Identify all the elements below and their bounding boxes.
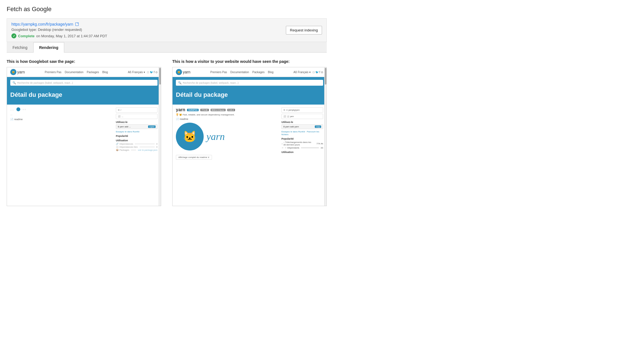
page-url-link[interactable]: https://yarnpkg.com/fr/package/yarn ↗: [11, 22, 79, 26]
googlebot-scrollbar-thumb: [159, 68, 161, 85]
tab-fetching[interactable]: Fetching: [7, 42, 33, 53]
visitor-logo-text: yarn: [183, 70, 190, 74]
visitor-search-placeholder: Recherche de packages (babel, webpack, r…: [183, 81, 239, 84]
googlebot-search-placeholder: Recherche de packages (babel, webpack, r…: [17, 81, 73, 84]
googlebot-logo-circle: 🐱: [10, 69, 16, 75]
status-complete-label: Complete: [18, 34, 34, 38]
visitor-affichage-btn[interactable]: Affichage complet du readme ∨: [176, 155, 212, 160]
googlebot-nav-links: Premiers Pas Documentation Packages Blog: [45, 71, 108, 74]
visitor-pkg-name: yarn YARNPKG 774.4K BSD-2-Clause 0.23.3: [176, 107, 279, 112]
googlebot-hero-title: Détail du package: [10, 88, 158, 101]
googlebot-copy-btn[interactable]: copier: [148, 125, 156, 128]
visitor-nav-right: Aß Français ▾ □ 🐦 f ⊙: [293, 71, 323, 74]
visitor-nav-links: Premiers Pas Documentation Packages Blog: [210, 71, 273, 74]
visitor-logo-text-big: yarn: [206, 131, 225, 142]
googlebot-right-col: ⊙ / ⬜ ... Utilisez-le $ yarn add ... cop…: [116, 107, 158, 152]
page-container: Fetch as Google https://yarnpkg.com/fr/p…: [0, 0, 333, 212]
visitor-desc: 🏆 🐱 Fast, reliable, and secure dependenc…: [176, 113, 279, 116]
visitor-logo: 🐱 yarn: [176, 69, 190, 75]
tabs-bar: Fetching Rendering: [7, 42, 327, 53]
visitor-stat-1: ↓ ↓ Téléchargements dans les 30 derniers…: [281, 141, 323, 146]
googlebot-logo: 🐱 yarn: [10, 69, 25, 75]
status-line: Complete on Monday, May 1, 2017 at 1:44:…: [11, 33, 107, 38]
googlebot-circle-badge: [16, 107, 20, 111]
googlebot-stat-bar-3: [131, 150, 136, 150]
status-date: on Monday, May 1, 2017 at 1:44:37 AM PDT: [36, 34, 107, 38]
visitor-nav: 🐱 yarn Premiers Pas Documentation Packag…: [173, 67, 326, 77]
googlebot-logo-text: yarn: [17, 70, 25, 74]
request-indexing-button[interactable]: Request indexing: [286, 26, 322, 34]
visitor-utilisezle-label: Utilisez-le: [281, 121, 323, 123]
visitor-content: yarn YARNPKG 774.4K BSD-2-Clause 0.23.3 …: [173, 105, 326, 165]
googlebot-left-col: ... ○ ○ ... 📄 readme: [10, 107, 116, 152]
visitor-readme-content: 🐱 yarn: [176, 120, 279, 153]
tab-rendering[interactable]: Rendering: [33, 42, 64, 53]
visitor-scrollbar: [324, 67, 326, 206]
googlebot-stat-bar-2: [139, 147, 155, 147]
visitor-affichage: Affichage complet du readme ∨: [176, 155, 279, 160]
visitor-readme-label: 📄 readme: [176, 118, 279, 120]
url-row: https://yarnpkg.com/fr/package/yarn ↗: [11, 22, 107, 26]
visitor-badge-yarnpkg: YARNPKG: [187, 109, 199, 111]
url-text: https://yarnpkg.com/fr/package/yarn: [11, 22, 73, 26]
visitor-hero-title: Détail du package: [176, 88, 323, 101]
googlebot-search-icon: 🔍: [13, 81, 16, 84]
googlebot-hero: 🔍 Recherche de packages (babel, webpack,…: [7, 77, 161, 105]
status-check-icon: [11, 33, 16, 38]
visitor-utilisation: Utilisation: [281, 151, 323, 154]
visitor-right-col: ⊙ ⊙ yarnpkg/yarn ⬜ ⬜ yarn Utilisez-le $ …: [281, 107, 323, 160]
info-bar: https://yarnpkg.com/fr/package/yarn ↗ Go…: [7, 18, 327, 42]
googlebot-section-title: This is how Googlebot saw the page:: [7, 59, 161, 64]
visitor-logo-circle: 🐱: [176, 69, 182, 75]
visitor-copy-btn[interactable]: copy: [315, 125, 321, 128]
visitor-preview-column: This is how a visitor to your website wo…: [172, 59, 327, 206]
googlebot-stat-1: 🔗 Dépendances 0: [116, 143, 158, 145]
visitor-stat-bar-2: [301, 147, 319, 148]
visitor-install-box: $ yarn add yarn copy: [281, 124, 323, 129]
googlebot-search-bar: 🔍 Recherche de packages (babel, webpack,…: [10, 80, 158, 86]
visitor-section-title: This is how a visitor to your website wo…: [172, 59, 327, 64]
googlebot-dots: ...: [10, 108, 14, 111]
visitor-scrollbar-thumb: [325, 68, 326, 85]
googlebot-pkg-row: ... ○ ○: [10, 107, 113, 111]
googlebot-content: ... ○ ○ ... 📄 readme: [7, 105, 161, 157]
visitor-hero: 🔍 Recherche de packages (babel, webpack,…: [173, 77, 326, 105]
googlebot-utilisezle-label: Utilisez-le: [116, 121, 158, 123]
googlebot-runkit-link: Essayez le dans RunKit: [116, 130, 158, 133]
googlebot-readme-label: 📄 readme: [10, 118, 113, 121]
visitor-preview-frame: 🐱 yarn Premiers Pas Documentation Packag…: [172, 67, 327, 206]
visitor-right-box1: ⊙ ⊙ yarnpkg/yarn: [281, 107, 323, 113]
googlebot-stat-2: ⬜ Dépendances Dev 0: [116, 146, 158, 148]
googlebot-nav-right: Aß Français ▾ □ 🐦 f ⊙: [128, 71, 158, 74]
visitor-search-bar: 🔍 Recherche de packages (babel, webpack,…: [176, 80, 323, 86]
visitor-logo-cat: 🐱: [183, 130, 197, 143]
googlebot-right-box1: ⊙ /: [116, 107, 158, 113]
googlebot-stat-bar-1: [135, 144, 154, 144]
googlebot-preview-frame: 🐱 yarn Premiers Pas Documentation Packag…: [7, 67, 161, 206]
googlebot-type: Googlebot type: Desktop (render requeste…: [11, 28, 107, 32]
visitor-badge-version: 0.23.3: [227, 109, 235, 111]
visitor-runkit-link: Essayez le dans RunKit · Parcourir les f…: [281, 130, 323, 136]
previews-section: This is how Googlebot saw the page: 🐱 ya…: [7, 59, 327, 206]
googlebot-nav: 🐱 yarn Premiers Pas Documentation Packag…: [7, 67, 161, 77]
info-bar-left: https://yarnpkg.com/fr/package/yarn ↗ Go…: [11, 22, 107, 38]
visitor-badge-license: BSD-2-Clause: [211, 109, 226, 111]
googlebot-stat-3: 📦 Packages voir le package.json: [116, 149, 158, 151]
googlebot-scrollbar: [159, 67, 161, 206]
googlebot-preview-column: This is how Googlebot saw the page: 🐱 ya…: [7, 59, 161, 206]
googlebot-right-box2: ⬜ ...: [116, 114, 158, 119]
visitor-popularite: Popularité: [281, 137, 323, 140]
googlebot-blurred: ...: [10, 113, 113, 116]
visitor-content-row: yarn YARNPKG 774.4K BSD-2-Clause 0.23.3 …: [176, 107, 323, 160]
googlebot-content-row: ... ○ ○ ... 📄 readme: [10, 107, 158, 152]
visitor-left-col: yarn YARNPKG 774.4K BSD-2-Clause 0.23.3 …: [176, 107, 281, 160]
googlebot-utilisation: Utilisation: [116, 139, 158, 142]
visitor-right-box2: ⬜ ⬜ yarn: [281, 114, 323, 119]
visitor-search-icon: 🔍: [178, 81, 181, 84]
external-link-icon: ↗: [75, 23, 79, 26]
visitor-logo-big: 🐱: [176, 123, 204, 150]
googlebot-popularite: Popularité: [116, 135, 158, 137]
visitor-stat-2: ↔ ↔ Dépendants 33: [281, 147, 323, 149]
googlebot-install-box: $ yarn add ... copier: [116, 124, 158, 129]
page-title: Fetch as Google: [7, 6, 327, 13]
